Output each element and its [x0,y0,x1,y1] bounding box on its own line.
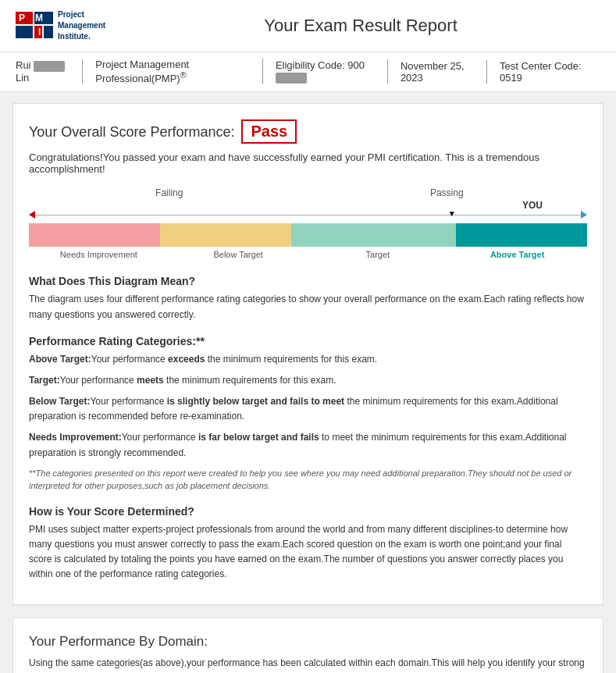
logo-text: ProjectManagementInstitute. [58,9,105,42]
bar-needs-improvement [29,223,160,247]
congrats-text: Congratulations!You passed your exam and… [29,151,587,175]
target-desc: Target:Your performance meets the minimu… [29,373,587,388]
main-content-score: Your Overall Score Performance: Pass Con… [12,103,604,604]
bar-above-target [456,223,587,247]
domain-desc: Using the same categories(as above),your… [29,656,587,673]
target-bold: Target: [29,375,60,386]
how-text: PMI uses subject matter experts-project … [29,522,587,582]
above-target-bold: Above Target: [29,354,91,365]
above-target-label: Above Target [447,250,587,259]
score-header: Your Overall Score Performance: Pass [29,119,587,144]
logo-container: P M I ProjectManagementInstitute. [16,9,105,42]
needs-improvement-label: Needs Improvement [29,250,169,259]
svg-text:I: I [38,27,41,37]
right-arrowhead [581,211,587,219]
pmi-logo-icon: P M I [16,10,53,41]
pass-badge: Pass [241,119,297,144]
info-name: Rui Lin [16,59,83,84]
header: P M I ProjectManagementInstitute. Your E… [0,0,616,52]
svg-text:M: M [35,12,43,23]
exam-name: Project Management Professional(PMP) [95,59,189,84]
needs-improvement-desc: Needs Improvement:Your performance is fa… [29,430,587,460]
registered-mark: ® [180,70,187,80]
below-target-bold: Below Target: [29,396,90,407]
svg-rect-4 [44,26,53,38]
rating-title: Performance Rating Categories:** [29,335,587,347]
domain-section: Your Performance By Domain: Using the sa… [12,618,604,673]
below-target-body: Your performance is slightly below targe… [29,396,558,422]
info-test-center: Test Center Code: 0519 [487,60,600,84]
arrow-container [29,211,587,219]
above-target-desc: Above Target:Your performance exceeds th… [29,352,587,367]
target-body: Your performance meets the minimum requi… [60,375,336,386]
below-target-desc: Below Target:Your performance is slightl… [29,394,587,424]
info-eligibility: Eligibility Code: 900 [263,59,388,84]
left-arrowhead [29,211,35,219]
what-text: The diagram uses four different performa… [29,292,587,322]
what-title: What Does This Diagram Mean? [29,275,587,287]
bar-target: ▼ [291,223,455,247]
passing-label: Passing [308,187,586,198]
domain-title: Your Performance By Domain: [29,634,587,650]
info-bar: Rui Lin Project Management Professional(… [0,52,616,91]
failing-label: Failing [30,187,308,198]
bar-below-target [160,223,291,247]
bars-container: ▼ [29,223,587,247]
needs-improvement-bold: Needs Improvement: [29,432,122,443]
above-target-body: Your performance exceeds the minimum req… [91,354,377,365]
bar-category-labels: Needs Improvement Below Target Target Ab… [29,250,587,259]
eligibility-blurred [276,73,307,84]
info-exam: Project Management Professional(PMP)® [83,59,263,84]
score-title: Your Overall Score Performance: [29,124,234,140]
svg-text:P: P [19,12,25,23]
target-label: Target [308,250,448,259]
score-diagram: Failing Passing YOU ▼ [29,187,587,259]
info-date: November 25, 2023 [388,60,487,84]
header-title: Your Exam Result Report [121,16,600,36]
you-label: YOU [522,200,586,211]
svg-rect-2 [16,26,33,38]
you-label-row: YOU [29,200,587,211]
page-wrapper: P M I ProjectManagementInstitute. Your E… [0,0,616,673]
arrow-line [35,215,581,215]
name-blurred [34,61,65,72]
how-title: How is Your Score Determined? [29,505,587,518]
footnote: **The categories presented on this repor… [29,467,587,493]
below-target-label: Below Target [169,250,308,259]
